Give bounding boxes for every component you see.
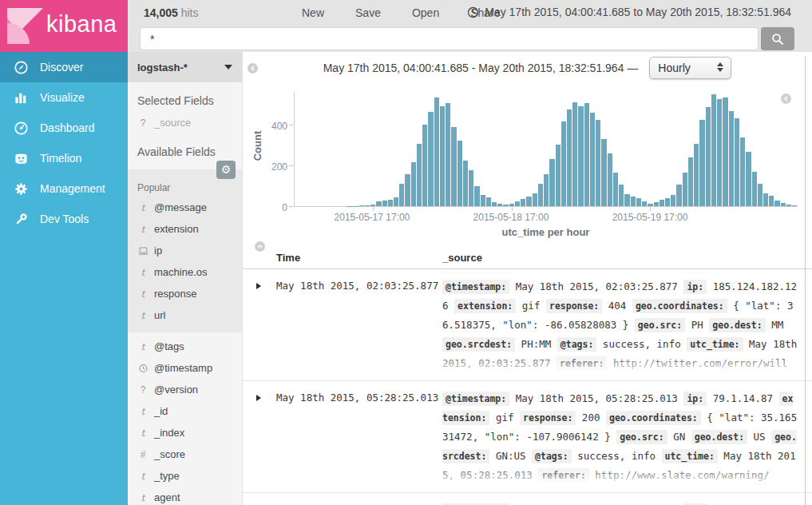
histogram-bar[interactable] [613,173,618,206]
histogram-bar[interactable] [463,161,468,206]
histogram-bar[interactable] [590,113,595,206]
field-item-id[interactable]: t_id [128,400,242,422]
sidebar-item-dev-tools[interactable]: Dev Tools [0,204,128,234]
field-item-score[interactable]: #_score [128,443,242,465]
histogram-bar[interactable] [676,185,681,206]
field-item-tags[interactable]: t@tags [128,336,242,357]
histogram-bar[interactable] [492,202,497,206]
histogram-bar[interactable] [428,112,433,206]
field-item-index[interactable]: t_index [128,422,242,443]
index-pattern-selector[interactable]: logstash-* [128,52,242,82]
expand-row-caret-icon[interactable] [256,395,261,401]
histogram-bar[interactable] [434,97,439,206]
field-item-response[interactable]: tresponse [128,283,242,304]
menu-item-open[interactable]: Open [412,6,439,19]
histogram-bar[interactable] [654,202,659,206]
histogram-bar[interactable] [735,118,739,206]
chevron-left-icon[interactable] [248,63,258,74]
histogram-bar[interactable] [631,197,636,206]
histogram-bar[interactable] [544,174,549,206]
histogram-bar[interactable] [399,184,404,206]
histogram-bar[interactable] [746,152,751,206]
histogram-bar[interactable] [740,137,745,206]
histogram-bar[interactable] [781,203,786,206]
histogram-bar[interactable] [526,197,531,206]
histogram-bar[interactable] [624,194,629,206]
field-item-ip[interactable]: ip [128,240,242,261]
histogram-bar[interactable] [769,196,774,206]
histogram-bar[interactable] [792,205,797,206]
histogram-bar[interactable] [365,205,370,206]
histogram-bar[interactable] [538,184,543,206]
histogram-bar[interactable] [388,200,393,206]
histogram-bar[interactable] [353,206,358,207]
histogram-bar[interactable] [572,102,577,206]
histogram-bar[interactable] [706,107,711,206]
histogram-bar[interactable] [446,103,450,206]
sidebar-item-dashboard[interactable]: Dashboard [0,113,128,143]
histogram-bar[interactable] [694,144,699,206]
histogram-bar[interactable] [440,106,445,206]
histogram-bar[interactable] [642,201,647,206]
time-picker[interactable]: May 17th 2015, 04:00:41.685 to May 20th … [467,6,791,18]
histogram-bar[interactable] [578,106,583,206]
histogram-bar[interactable] [405,174,410,206]
search-input[interactable] [140,27,759,50]
histogram-bar[interactable] [417,144,422,206]
histogram-bar[interactable] [486,197,491,206]
sidebar-item-visualize[interactable]: Visualize [0,82,128,113]
histogram-bar[interactable] [665,198,670,206]
field-item-version[interactable]: ?@version [128,379,242,400]
histogram-bar[interactable] [376,201,381,206]
field-item-machineos[interactable]: tmachine.os [128,261,242,283]
histogram-bar[interactable] [752,172,757,206]
histogram-bar[interactable] [533,193,537,206]
field-item-source[interactable]: ?_source [128,112,242,133]
histogram-bar[interactable] [636,198,641,206]
histogram-bar[interactable] [601,139,606,206]
histogram-bar[interactable] [394,197,398,206]
histogram-bar[interactable] [758,184,762,206]
histogram-bar[interactable] [521,199,525,206]
histogram-bar[interactable] [683,173,687,206]
histogram-bar[interactable] [515,201,520,206]
histogram-bar[interactable] [457,141,462,206]
histogram-bar[interactable] [717,99,722,206]
histogram-bar[interactable] [584,103,589,206]
field-item-agent[interactable]: tagent [128,487,242,505]
histogram-bar[interactable] [786,205,791,206]
histogram-bar[interactable] [359,205,364,206]
histogram-bar[interactable] [503,205,508,206]
histogram-bar[interactable] [608,153,612,206]
histogram-bar[interactable] [451,127,456,206]
field-item-extension[interactable]: textension [128,218,242,240]
histogram-bar[interactable] [596,120,600,206]
expand-row-caret-icon[interactable] [256,283,261,289]
histogram-bar[interactable] [561,121,566,206]
histogram-bar[interactable] [711,94,716,206]
histogram-bar[interactable] [774,201,779,206]
field-settings-gear-button[interactable]: ⚙ [216,161,236,179]
menu-item-save[interactable]: Save [355,6,381,19]
field-item-type[interactable]: t_type [128,465,242,487]
histogram-bar[interactable] [688,157,693,206]
menu-item-new[interactable]: New [302,6,324,19]
field-item-url[interactable]: turl [128,304,242,326]
histogram-bar[interactable] [549,159,554,206]
sidebar-item-management[interactable]: Management [0,173,128,204]
histogram-bar[interactable] [699,120,704,206]
kibana-logo[interactable]: kibana [0,0,128,52]
field-item-message[interactable]: t@message [128,197,242,218]
search-button[interactable] [761,27,794,50]
histogram-bar[interactable] [619,185,624,206]
histogram-bar[interactable] [481,195,485,206]
histogram-bar[interactable] [567,109,572,206]
interval-select[interactable]: Hourly [649,57,731,79]
histogram-bar[interactable] [497,204,502,206]
sidebar-item-discover[interactable]: Discover [0,52,128,82]
histogram-bar[interactable] [763,193,768,206]
histogram-bar[interactable] [469,170,473,206]
histogram-bar[interactable] [723,97,727,206]
histogram-bar[interactable] [729,111,734,206]
histogram-bar[interactable] [382,201,387,206]
